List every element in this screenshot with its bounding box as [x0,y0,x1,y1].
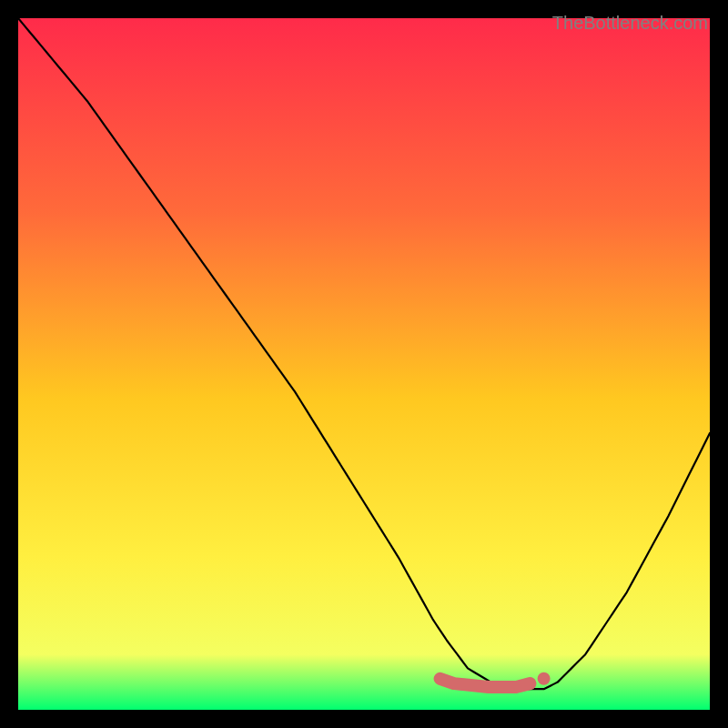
watermark-text: TheBottleneck.com [552,13,708,34]
chart-frame: TheBottleneck.com [9,9,719,719]
plot-area [18,18,710,710]
gradient-background [18,18,710,710]
chart-svg [18,18,710,710]
marker-dot [538,672,551,685]
